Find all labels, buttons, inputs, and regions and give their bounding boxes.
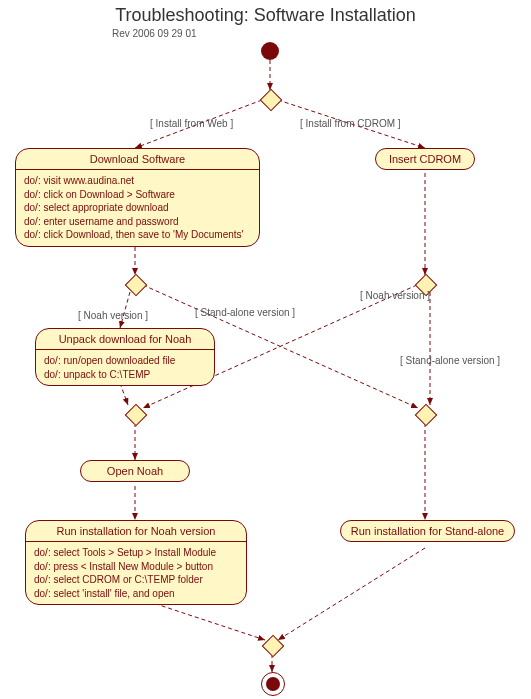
activity-title: Run installation for Stand-alone <box>341 521 514 541</box>
decision-download-branch <box>125 274 148 297</box>
merge-noah <box>125 404 148 427</box>
activity-run-noah-install: Run installation for Noah version do/: s… <box>25 520 247 605</box>
guard-standalone-right: [ Stand-alone version ] <box>400 355 500 366</box>
activity-step: do/: enter username and password <box>24 215 251 229</box>
activity-body: do/: run/open downloaded file do/: unpac… <box>36 350 214 385</box>
final-node <box>261 672 285 696</box>
merge-standalone <box>415 404 438 427</box>
activity-open-noah: Open Noah <box>80 460 190 482</box>
guard-noah-left: [ Noah version ] <box>78 310 148 321</box>
activity-step: do/: select CDROM or C:\TEMP folder <box>34 573 238 587</box>
guard-noah-right: [ Noah version ] <box>360 290 430 301</box>
activity-step: do/: visit www.audina.net <box>24 174 251 188</box>
activity-insert-cdrom: Insert CDROM <box>375 148 475 170</box>
activity-title: Open Noah <box>81 461 189 481</box>
activity-title: Insert CDROM <box>376 149 474 169</box>
activity-step: do/: select appropriate download <box>24 201 251 215</box>
activity-step: do/: run/open downloaded file <box>44 354 206 368</box>
activity-step: do/: select 'install' file, and open <box>34 587 238 601</box>
activity-title: Run installation for Noah version <box>26 521 246 542</box>
diagram-canvas: Troubleshooting: Software Installation R… <box>0 0 531 699</box>
activity-title: Download Software <box>16 149 259 170</box>
decision-install-source <box>260 89 283 112</box>
activity-run-standalone: Run installation for Stand-alone <box>340 520 515 542</box>
revision-label: Rev 2006 09 29 01 <box>112 28 197 39</box>
initial-node <box>261 42 279 60</box>
activity-step: do/: select Tools > Setup > Install Modu… <box>34 546 238 560</box>
final-node-inner <box>266 677 280 691</box>
guard-install-web: [ Install from Web ] <box>150 118 233 129</box>
activity-step: do/: click on Download > Software <box>24 188 251 202</box>
activity-step: do/: unpack to C:\TEMP <box>44 368 206 382</box>
activity-unpack-noah: Unpack download for Noah do/: run/open d… <box>35 328 215 386</box>
svg-line-3 <box>120 383 128 405</box>
activity-step: do/: click Download, then save to 'My Do… <box>24 228 251 242</box>
activity-body: do/: visit www.audina.net do/: click on … <box>16 170 259 246</box>
activity-download-software: Download Software do/: visit www.audina.… <box>15 148 260 247</box>
activity-body: do/: select Tools > Setup > Install Modu… <box>26 542 246 604</box>
guard-standalone-left: [ Stand-alone version ] <box>195 307 295 318</box>
activity-title: Unpack download for Noah <box>36 329 214 350</box>
merge-final <box>262 635 285 658</box>
guard-install-cd: [ Install from CDROM ] <box>300 118 401 129</box>
diagram-title: Troubleshooting: Software Installation <box>0 5 531 26</box>
activity-step: do/: press < Install New Module > button <box>34 560 238 574</box>
